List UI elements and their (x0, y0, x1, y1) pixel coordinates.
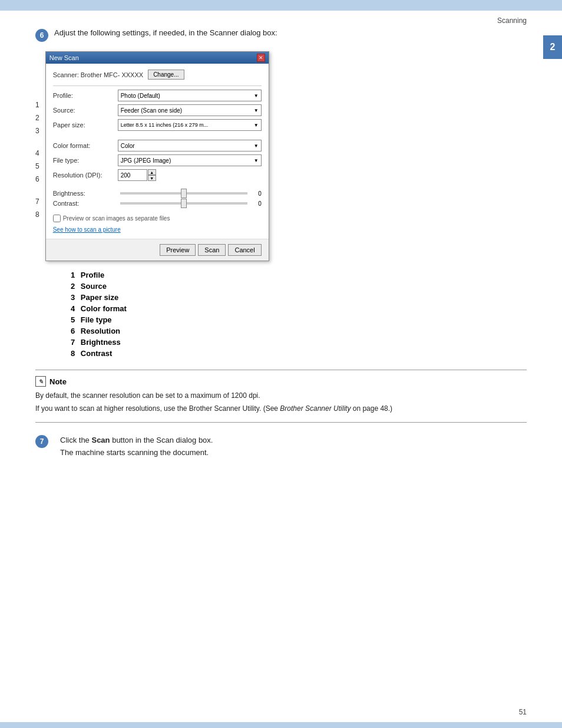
line-num-1: 1 (35, 98, 39, 111)
source-arrow: ▼ (254, 108, 259, 113)
brightness-thumb[interactable] (181, 189, 187, 198)
dialog-close-btn[interactable]: ✕ (257, 54, 265, 62)
source-label: Source: (53, 107, 118, 114)
step7-text: Click the Scan button in the Scan dialog… (60, 434, 213, 459)
line-number-annotations: 1 2 3 4 5 6 7 8 (35, 51, 39, 261)
note-line2: If you want to scan at higher resolution… (35, 403, 527, 414)
checkbox-row: Preview or scan images as separate files (53, 215, 262, 222)
contrast-label: Contrast: (53, 200, 118, 207)
list-item-2: 2 Source (71, 282, 527, 291)
paper-size-label: Paper size: (53, 121, 118, 129)
line-num-7: 7 (35, 195, 39, 208)
file-type-arrow: ▼ (254, 158, 259, 163)
line-num-2: 2 (35, 111, 39, 124)
bottom-bar (0, 722, 562, 728)
step7-block: 7 Click the Scan button in the Scan dial… (35, 434, 527, 459)
dialog-titlebar: New Scan ✕ (46, 52, 269, 64)
change-button[interactable]: Change... (148, 70, 184, 80)
resolution-label: Resolution (DPI): (53, 172, 118, 179)
note-box: ✎ Note By default, the scanner resolutio… (35, 370, 527, 423)
chapter-tab: 2 (543, 35, 562, 59)
brightness-value: 0 (250, 190, 262, 197)
line-num-3: 3 (35, 124, 39, 137)
diagram-wrapper: 1 2 3 4 5 6 7 8 New Scan ✕ (35, 51, 527, 261)
resolution-input[interactable]: 200 (118, 169, 147, 181)
brightness-label: Brightness: (53, 190, 118, 197)
color-format-arrow: ▼ (254, 143, 259, 149)
scan-bold: Scan (91, 436, 110, 444)
source-row: Source: Feeder (Scan one side) ▼ (53, 104, 262, 116)
step6-circle: 6 (35, 29, 48, 42)
main-content: 6 Adjust the following settings, if need… (0, 11, 562, 483)
numbered-list: 1 Profile 2 Source 3 Paper size 4 Color … (71, 271, 527, 358)
contrast-row: Contrast: 0 (53, 200, 262, 207)
profile-row: Profile: Photo (Default) ▼ (53, 90, 262, 101)
list-item-3: 3 Paper size (71, 293, 527, 302)
color-format-label: Color format: (53, 142, 118, 149)
page-header: Scanning (497, 17, 527, 25)
brightness-row: Brightness: 0 (53, 190, 262, 197)
paper-size-select[interactable]: Letter 8.5 x 11 inches (216 x 279 m... ▼ (118, 119, 262, 131)
resolution-spinner: ▲ ▼ (148, 169, 156, 181)
color-format-row: Color format: Color ▼ (53, 140, 262, 151)
list-item-8: 8 Contrast (71, 349, 527, 358)
step7-circle: 7 (35, 435, 48, 448)
source-select[interactable]: Feeder (Scan one side) ▼ (118, 104, 262, 116)
list-item-1: 1 Profile (71, 271, 527, 279)
separate-files-checkbox[interactable] (53, 215, 61, 222)
preview-button[interactable]: Preview (160, 244, 196, 256)
line-num-8: 8 (35, 208, 39, 221)
list-item-5: 5 File type (71, 315, 527, 324)
file-type-row: File type: JPG (JPEG Image) ▼ (53, 154, 262, 166)
resolution-up[interactable]: ▲ (148, 169, 156, 175)
note-header: ✎ Note (35, 376, 527, 387)
step6-text: Adjust the following settings, if needed… (54, 28, 277, 37)
line-num-6: 6 (35, 173, 39, 186)
profile-select[interactable]: Photo (Default) ▼ (118, 90, 262, 101)
dialog-separator (53, 85, 262, 86)
brightness-track (120, 192, 247, 195)
dialog-footer: Preview Scan Cancel (46, 239, 269, 261)
file-type-label: File type: (53, 157, 118, 164)
list-item-6: 6 Resolution (71, 327, 527, 335)
contrast-thumb[interactable] (181, 199, 187, 208)
dialog-titlebar-buttons: ✕ (257, 54, 265, 62)
contrast-value: 0 (250, 200, 262, 207)
preview-link-container: See how to scan a picture (53, 226, 262, 233)
step7-line2: The machine starts scanning the document… (60, 448, 209, 457)
page-number: 51 (519, 708, 527, 716)
file-type-select[interactable]: JPG (JPEG Image) ▼ (118, 154, 262, 166)
resolution-down[interactable]: ▼ (148, 175, 156, 181)
list-item-4: 4 Color format (71, 304, 527, 313)
checkbox-label: Preview or scan images as separate files (63, 215, 170, 222)
scan-button[interactable]: Scan (198, 244, 226, 256)
page: 2 Scanning 6 Adjust the following settin… (0, 0, 562, 728)
top-bar (0, 0, 562, 11)
profile-arrow: ▼ (254, 93, 259, 98)
dialog-body: Scanner: Brother MFC- XXXXX Change... Pr… (46, 64, 269, 239)
contrast-track (120, 202, 247, 205)
resolution-row: Resolution (DPI): 200 ▲ ▼ (53, 169, 262, 181)
scanner-dialog: New Scan ✕ Scanner: Brother MFC- XXXXX C… (45, 51, 269, 261)
note-italic: Brother Scanner Utility (280, 404, 351, 413)
note-title: Note (49, 377, 67, 386)
preview-link[interactable]: See how to scan a picture (53, 226, 121, 233)
cancel-button[interactable]: Cancel (228, 244, 261, 256)
line-num-5: 5 (35, 160, 39, 173)
color-format-select[interactable]: Color ▼ (118, 140, 262, 151)
note-icon: ✎ (35, 376, 46, 387)
scanner-label: Scanner: Brother MFC- XXXXX (53, 71, 143, 78)
step6-header: 6 Adjust the following settings, if need… (35, 28, 527, 42)
scanner-row: Scanner: Brother MFC- XXXXX Change... (53, 70, 262, 80)
list-item-7: 7 Brightness (71, 338, 527, 347)
paper-size-arrow: ▼ (254, 123, 259, 128)
line-num-4: 4 (35, 147, 39, 160)
paper-size-row: Paper size: Letter 8.5 x 11 inches (216 … (53, 119, 262, 131)
note-line1: By default, the scanner resolution can b… (35, 390, 527, 401)
profile-label: Profile: (53, 92, 118, 99)
